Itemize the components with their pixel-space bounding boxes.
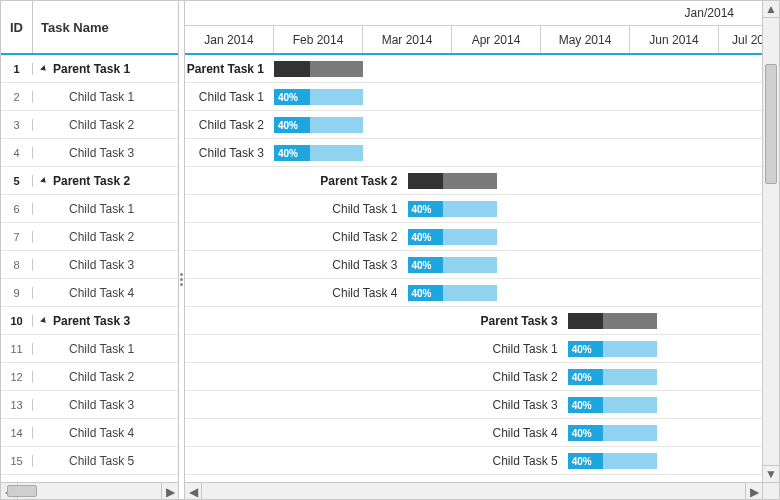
task-id-cell: 13 bbox=[1, 399, 33, 411]
gantt-task-bar[interactable]: 40% bbox=[408, 201, 497, 217]
gantt-summary-bar[interactable] bbox=[274, 61, 363, 77]
timeline-body[interactable]: Parent Task 1Child Task 140%Child Task 2… bbox=[185, 55, 762, 482]
scroll-track[interactable] bbox=[763, 18, 779, 465]
gantt-summary-bar[interactable] bbox=[568, 313, 657, 329]
scroll-right-icon[interactable]: ▶ bbox=[161, 483, 178, 500]
task-id-cell: 15 bbox=[1, 455, 33, 467]
column-header-id[interactable]: ID bbox=[1, 1, 33, 53]
task-name-label: Child Task 3 bbox=[69, 398, 134, 412]
gantt-task-bar[interactable]: 40% bbox=[274, 117, 363, 133]
gantt-task-bar[interactable]: 40% bbox=[568, 369, 657, 385]
task-name-label: Child Task 4 bbox=[69, 426, 134, 440]
task-name-label: Parent Task 3 bbox=[53, 314, 130, 328]
task-name-label: Child Task 1 bbox=[69, 202, 134, 216]
column-header-name[interactable]: Task Name bbox=[33, 1, 178, 53]
task-name-cell: Child Task 4 bbox=[33, 286, 178, 300]
gantt-bar-label: Child Task 2 bbox=[185, 369, 564, 385]
gantt-row: Child Task 340% bbox=[185, 139, 762, 167]
gantt-summary-bar[interactable] bbox=[408, 173, 497, 189]
gantt-task-bar[interactable]: 40% bbox=[568, 425, 657, 441]
timeline-panel: Jan/2014 Jan 2014Feb 2014Mar 2014Apr 201… bbox=[185, 1, 762, 499]
grid-horizontal-scrollbar[interactable]: ◀ ▶ bbox=[1, 482, 178, 499]
task-name-cell: Child Task 2 bbox=[33, 230, 178, 244]
gantt-chart: ID Task Name 1Parent Task 12Child Task 1… bbox=[0, 0, 780, 500]
task-row-child[interactable]: 12Child Task 2 bbox=[1, 363, 178, 391]
gantt-row: Child Task 140% bbox=[185, 195, 762, 223]
task-name-cell: Child Task 1 bbox=[33, 202, 178, 216]
gantt-progress-fill bbox=[274, 61, 310, 77]
gantt-task-bar[interactable]: 40% bbox=[408, 285, 497, 301]
task-name-cell: Parent Task 1 bbox=[33, 62, 178, 76]
task-name-cell: Parent Task 3 bbox=[33, 314, 178, 328]
gantt-bar-label: Child Task 1 bbox=[185, 201, 404, 217]
scroll-thumb[interactable] bbox=[765, 64, 777, 184]
task-id-cell: 10 bbox=[1, 315, 33, 327]
task-name-cell: Child Task 1 bbox=[33, 342, 178, 356]
scroll-thumb[interactable] bbox=[7, 485, 37, 497]
task-grid-header: ID Task Name bbox=[1, 1, 178, 55]
gantt-progress-fill: 40% bbox=[408, 201, 444, 217]
gantt-row: Child Task 140% bbox=[185, 335, 762, 363]
scroll-up-icon[interactable]: ▲ bbox=[763, 1, 779, 18]
gantt-row: Child Task 440% bbox=[185, 419, 762, 447]
month-header-cell: Jul 20 bbox=[719, 26, 762, 53]
task-name-label: Child Task 3 bbox=[69, 146, 134, 160]
task-id-cell: 4 bbox=[1, 147, 33, 159]
task-name-label: Child Task 5 bbox=[69, 454, 134, 468]
task-row-child[interactable]: 3Child Task 2 bbox=[1, 111, 178, 139]
task-id-cell: 9 bbox=[1, 287, 33, 299]
timeline-header: Jan/2014 Jan 2014Feb 2014Mar 2014Apr 201… bbox=[185, 1, 762, 55]
task-row-child[interactable]: 14Child Task 4 bbox=[1, 419, 178, 447]
gantt-task-bar[interactable]: 40% bbox=[568, 341, 657, 357]
timeline-horizontal-scrollbar[interactable]: ◀ ▶ bbox=[185, 482, 762, 499]
expand-collapse-icon[interactable] bbox=[39, 64, 49, 74]
task-row-parent[interactable]: 5Parent Task 2 bbox=[1, 167, 178, 195]
task-name-cell: Parent Task 2 bbox=[33, 174, 178, 188]
timeline-month-row: Jan 2014Feb 2014Mar 2014Apr 2014May 2014… bbox=[185, 26, 762, 53]
task-id-cell: 5 bbox=[1, 175, 33, 187]
gantt-bar-label: Child Task 4 bbox=[185, 285, 404, 301]
expand-collapse-icon[interactable] bbox=[39, 176, 49, 186]
task-row-child[interactable]: 9Child Task 4 bbox=[1, 279, 178, 307]
task-row-child[interactable]: 2Child Task 1 bbox=[1, 83, 178, 111]
task-id-cell: 8 bbox=[1, 259, 33, 271]
scroll-left-icon[interactable]: ◀ bbox=[185, 483, 202, 499]
gantt-row: Child Task 240% bbox=[185, 223, 762, 251]
gantt-task-bar[interactable]: 40% bbox=[408, 229, 497, 245]
vertical-scrollbar[interactable]: ▲ ▼ bbox=[762, 1, 779, 499]
gantt-row: Child Task 540% bbox=[185, 447, 762, 475]
task-row-child[interactable]: 15Child Task 5 bbox=[1, 447, 178, 475]
task-row-child[interactable]: 4Child Task 3 bbox=[1, 139, 178, 167]
gantt-task-bar[interactable]: 40% bbox=[568, 397, 657, 413]
timeline-top-band-label: Jan/2014 bbox=[185, 1, 762, 26]
task-name-cell: Child Task 1 bbox=[33, 90, 178, 104]
gantt-progress-fill: 40% bbox=[408, 229, 444, 245]
gantt-bar-label: Child Task 4 bbox=[185, 425, 564, 441]
task-row-child[interactable]: 7Child Task 2 bbox=[1, 223, 178, 251]
scroll-down-icon[interactable]: ▼ bbox=[763, 465, 779, 482]
gantt-task-bar[interactable]: 40% bbox=[408, 257, 497, 273]
gantt-row: Parent Task 1 bbox=[185, 55, 762, 83]
task-row-child[interactable]: 8Child Task 3 bbox=[1, 251, 178, 279]
task-name-cell: Child Task 5 bbox=[33, 454, 178, 468]
task-row-child[interactable]: 13Child Task 3 bbox=[1, 391, 178, 419]
gantt-bar-label: Child Task 3 bbox=[185, 145, 270, 161]
month-header-cell: Mar 2014 bbox=[363, 26, 452, 53]
expand-collapse-icon[interactable] bbox=[39, 316, 49, 326]
task-row-child[interactable]: 6Child Task 1 bbox=[1, 195, 178, 223]
task-name-label: Child Task 4 bbox=[69, 286, 134, 300]
task-row-child[interactable]: 11Child Task 1 bbox=[1, 335, 178, 363]
gantt-task-bar[interactable]: 40% bbox=[274, 89, 363, 105]
scroll-right-icon[interactable]: ▶ bbox=[745, 483, 762, 499]
task-name-cell: Child Task 2 bbox=[33, 370, 178, 384]
gantt-task-bar[interactable]: 40% bbox=[568, 453, 657, 469]
task-grid-body: 1Parent Task 12Child Task 13Child Task 2… bbox=[1, 55, 178, 482]
gantt-progress-fill: 40% bbox=[568, 369, 604, 385]
task-name-label: Child Task 1 bbox=[69, 90, 134, 104]
task-id-cell: 14 bbox=[1, 427, 33, 439]
task-row-parent[interactable]: 10Parent Task 3 bbox=[1, 307, 178, 335]
task-row-parent[interactable]: 1Parent Task 1 bbox=[1, 55, 178, 83]
task-id-cell: 2 bbox=[1, 91, 33, 103]
gantt-progress-fill bbox=[408, 173, 444, 189]
gantt-task-bar[interactable]: 40% bbox=[274, 145, 363, 161]
